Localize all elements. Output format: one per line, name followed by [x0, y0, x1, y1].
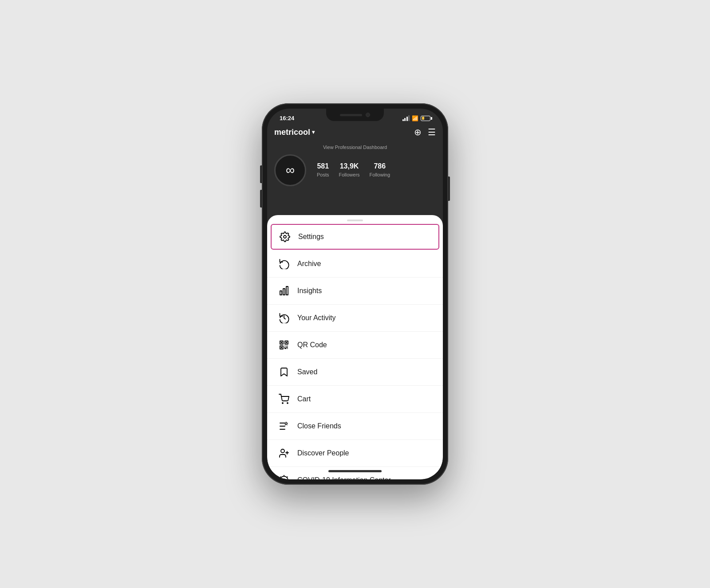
svg-rect-9 — [281, 347, 282, 348]
cart-label: Cart — [297, 395, 311, 403]
dashboard-link[interactable]: View Professional Dashboard — [267, 142, 443, 154]
insights-label: Insights — [297, 287, 322, 295]
discover-people-icon — [278, 447, 290, 459]
close-friends-label: Close Friends — [297, 422, 341, 430]
menu-item-your-activity[interactable]: Your Activity — [267, 305, 443, 332]
avatar-emoji: ∞ — [286, 163, 295, 177]
status-time: 16:24 — [280, 115, 294, 122]
qr-code-label: QR Code — [297, 341, 327, 349]
close-friends-icon — [278, 420, 290, 432]
svg-rect-3 — [286, 286, 288, 295]
menu-item-settings[interactable]: Settings — [271, 224, 439, 250]
menu-hamburger-icon[interactable]: ☰ — [428, 127, 436, 137]
followers-stat: 13,9K Followers — [339, 162, 360, 178]
svg-rect-7 — [281, 342, 282, 343]
status-icons: 📶 — [402, 115, 431, 122]
followers-label: Followers — [339, 172, 360, 177]
discover-people-label: Discover People — [297, 449, 349, 457]
ig-username[interactable]: metricool ▾ — [274, 128, 315, 137]
following-stat: 786 Following — [370, 162, 390, 178]
saved-icon — [278, 366, 290, 378]
cart-icon — [278, 393, 290, 405]
activity-icon — [278, 312, 290, 324]
following-label: Following — [370, 172, 390, 177]
battery-icon — [421, 116, 430, 121]
chevron-down-icon: ▾ — [312, 129, 315, 135]
insights-icon — [278, 285, 290, 297]
svg-point-24 — [281, 449, 284, 453]
menu-item-discover-people[interactable]: Discover People — [267, 440, 443, 467]
svg-marker-23 — [284, 422, 288, 425]
svg-rect-8 — [286, 342, 287, 343]
svg-point-19 — [287, 403, 288, 404]
phone: 16:24 📶 metricool ▾ — [262, 103, 448, 485]
ig-stats: 581 Posts 13,9K Followers 786 Following — [317, 162, 390, 178]
ig-profile: ∞ 581 Posts 13,9K Followers 786 Followin… — [267, 154, 443, 193]
power-button[interactable] — [448, 176, 450, 201]
notch — [326, 109, 384, 121]
archive-icon — [278, 258, 290, 270]
saved-label: Saved — [297, 368, 317, 376]
gear-icon — [279, 231, 291, 243]
avatar: ∞ — [274, 154, 306, 186]
svg-line-35 — [287, 477, 287, 477]
menu-item-covid[interactable]: COVID-19 Information Center — [267, 467, 443, 479]
your-activity-label: Your Activity — [297, 314, 336, 322]
svg-rect-2 — [283, 289, 285, 295]
menu-item-archive[interactable]: Archive — [267, 251, 443, 278]
front-camera — [366, 113, 370, 117]
phone-screen: 16:24 📶 metricool ▾ — [267, 109, 443, 479]
menu-item-saved[interactable]: Saved — [267, 359, 443, 386]
add-post-icon[interactable]: ⊕ — [414, 127, 422, 137]
menu-item-qr-code[interactable]: QR Code — [267, 332, 443, 359]
sheet-handle — [347, 220, 363, 221]
posts-label: Posts — [317, 172, 329, 177]
speaker — [340, 114, 362, 116]
covid-label: COVID-19 Information Center — [297, 476, 391, 479]
menu-item-insights[interactable]: Insights — [267, 278, 443, 305]
covid-icon — [278, 474, 290, 479]
svg-rect-1 — [280, 291, 282, 295]
following-count: 786 — [370, 162, 390, 170]
vol-up-button[interactable] — [260, 165, 262, 183]
vol-down-button[interactable] — [260, 190, 262, 208]
svg-line-33 — [280, 477, 281, 477]
ig-header-icons: ⊕ ☰ — [414, 127, 436, 137]
ig-header: metricool ▾ ⊕ ☰ — [267, 125, 443, 142]
svg-point-28 — [283, 479, 285, 479]
archive-label: Archive — [297, 260, 321, 268]
posts-count: 581 — [317, 162, 329, 170]
settings-label: Settings — [298, 233, 324, 241]
qr-code-icon — [278, 339, 290, 351]
home-indicator — [328, 470, 382, 472]
menu-item-cart[interactable]: Cart — [267, 386, 443, 413]
signal-icon — [402, 116, 410, 121]
menu-item-close-friends[interactable]: Close Friends — [267, 413, 443, 440]
svg-point-18 — [282, 403, 283, 404]
followers-count: 13,9K — [339, 162, 360, 170]
menu-list: Settings Archive — [267, 224, 443, 479]
bottom-sheet: Settings Archive — [267, 215, 443, 479]
posts-stat: 581 Posts — [317, 162, 329, 178]
wifi-icon: 📶 — [412, 115, 418, 122]
svg-point-0 — [284, 235, 286, 238]
